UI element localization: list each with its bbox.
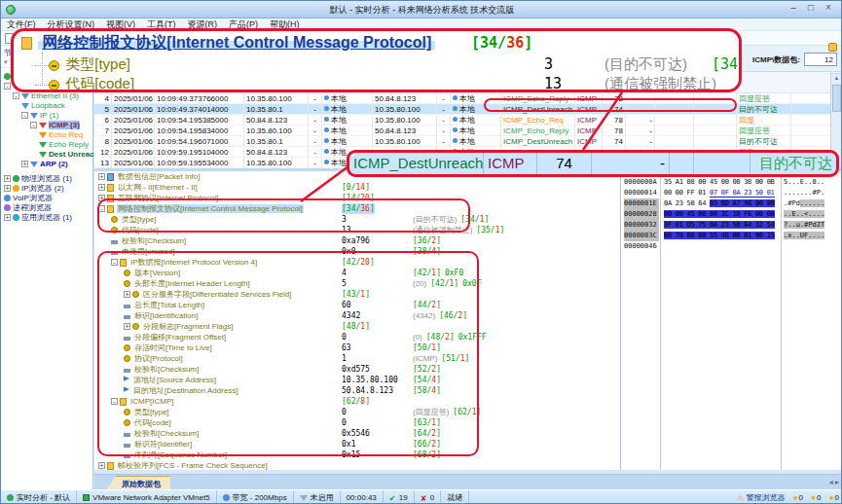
- close-button[interactable]: ×: [820, 2, 837, 13]
- minimize-button[interactable]: –: [785, 2, 802, 13]
- field-value: 50.84.8.123: [342, 385, 393, 396]
- alarm-browser-link[interactable]: 警报浏览器: [737, 493, 785, 502]
- expander-icon[interactable]: -: [4, 83, 11, 90]
- restore-button[interactable]: □: [802, 2, 820, 13]
- decode-tree-row[interactable]: 代码[code] 0 [/] [63/1]: [94, 417, 620, 428]
- expander-icon[interactable]: +: [4, 214, 11, 221]
- field-icon: [124, 280, 130, 287]
- pin-icon[interactable]: [828, 43, 837, 52]
- source-port: -: [309, 93, 322, 104]
- decode-tree-row[interactable]: 标识[Identification] 4342 [/] (4342)[46/2]: [94, 310, 620, 321]
- decode-tree-row[interactable]: 校验和[Checksum] 0xd575 [/] [52/2]: [94, 364, 620, 375]
- sidebar-tree-item[interactable]: Echo Reply: [1, 140, 92, 150]
- expander-icon[interactable]: +: [98, 462, 105, 469]
- field-value: 0: [342, 407, 347, 417]
- expander-icon[interactable]: -: [111, 259, 118, 266]
- popup-field-label[interactable]: 类型[type]: [65, 55, 130, 72]
- hex-row[interactable]: 00000032 3F 01 D5 75 0A 23 50 64 32 54 ?…: [621, 220, 842, 231]
- decode-tree-row[interactable]: +以太网 - II[Ethernet - II] [0/14] [/]: [94, 182, 620, 193]
- packet-row[interactable]: 5 2025/01/06 10:09:49.374014000 10.35.80…: [94, 104, 830, 115]
- expander-icon[interactable]: +: [124, 323, 130, 330]
- decode-tree-row[interactable]: 版本[Version] 4 [/] [42/1]0xF0: [94, 268, 620, 278]
- sidebar-tree-item[interactable]: -Ethernet II (3): [1, 91, 92, 101]
- decode-tree-row[interactable]: 存活时间[Time to Live] 63 [/] [50/1]: [94, 342, 620, 353]
- sidebar-tree-item[interactable]: +应用浏览器 (1): [1, 213, 92, 223]
- sidebar-tree-item[interactable]: +ARP (2): [1, 160, 92, 169]
- packet-row[interactable]: 8 2025/01/06 10:09:54.196071000 10.35.80…: [94, 136, 830, 147]
- decode-tree-row[interactable]: 代码[code] 13 [/] (通信被强制禁止)[35/1]: [94, 225, 620, 235]
- decode-tree-row[interactable]: 源地址[Source Address] 10.35.80.100 [/] [54…: [94, 375, 620, 385]
- popup-protocol-title[interactable]: 网络控制报文协议[Internet Control Message Protoc…: [42, 34, 431, 51]
- sidebar-tree-item[interactable]: -ICMP (3): [1, 121, 92, 130]
- expander-icon[interactable]: -: [98, 205, 105, 212]
- hex-row[interactable]: 0000001E 0A 23 50 64 03 0D A7 96 00 00 .…: [621, 198, 842, 209]
- decode-tree-row[interactable]: 未使用[unused] 0x0 [/] [38/4]: [94, 246, 620, 257]
- source-port: -: [309, 126, 322, 136]
- expander-icon[interactable]: -: [21, 112, 28, 119]
- expander-icon[interactable]: +: [124, 291, 130, 298]
- decode-tree-row[interactable]: +区分服务字段[Differentiated Services Field] […: [94, 289, 620, 300]
- decode-tree-row[interactable]: +互联网协议[Internet Protocol] [14/20] [/]: [94, 193, 620, 203]
- sidebar-tree-item[interactable]: VoIP浏览器: [1, 194, 92, 203]
- sidebar-tree-item[interactable]: Dest Unreach: [1, 150, 92, 160]
- sidebar-tree-item[interactable]: +物理浏览器 (1): [1, 174, 92, 184]
- expander-icon[interactable]: -: [30, 122, 37, 128]
- decode-tree-row[interactable]: 类型[type] 0 [/] (回显应答)[62/1]: [94, 407, 620, 417]
- expander-icon[interactable]: +: [98, 184, 105, 191]
- sidebar-item-label: Dest Unreach: [49, 150, 99, 159]
- expander-icon[interactable]: +: [4, 175, 11, 182]
- status-icon: [83, 494, 90, 501]
- expander-icon[interactable]: -: [13, 92, 19, 99]
- hex-row[interactable]: 00000046: [621, 241, 842, 252]
- sidebar-tree-item[interactable]: Echo Req: [1, 130, 92, 140]
- hex-row[interactable]: 0000003C 08 78 00 00 55 46 00 01 00 15 .…: [621, 231, 842, 241]
- decode-tree-row[interactable]: 校验和[Checksum] 0x5546 [/] [64/2]: [94, 428, 620, 439]
- decode-tree-row[interactable]: 序列号[Sequence Number] 0x15 [/] [68/2]: [94, 450, 620, 460]
- decode-tree-row[interactable]: 类型[type] 3 [/] (目的不可达)[34/1]: [94, 214, 620, 225]
- field-value: 0: [342, 332, 347, 342]
- packet-row[interactable]: 4 2025/01/06 10:09:49.373766000 10.35.80…: [94, 93, 830, 104]
- expander-icon[interactable]: -: [111, 398, 118, 405]
- decode-tree-row[interactable]: -ICMP[ICMP] [62/8] [/]: [94, 396, 620, 407]
- field-offset: [44/2]: [413, 301, 441, 309]
- decode-tree-row[interactable]: -网络控制报文协议[Internet Control Message Proto…: [94, 203, 620, 214]
- decode-tree-row[interactable]: 标识符[Identifier] 0x1 [/] [66/2]: [94, 439, 620, 450]
- scrollbar-thumb[interactable]: [832, 85, 841, 112]
- decode-tree-row[interactable]: 分段偏移[Fragment Offset] 0 [/] (0)[48/2]0x1…: [94, 332, 620, 342]
- decode-tree-row[interactable]: +帧校验序列[FCS - Frame Check Sequence] [/] […: [94, 460, 620, 470]
- decode-tree-row[interactable]: 校验和[Checksum] 0xa796 [/] [36/2]: [94, 235, 620, 246]
- hex-row[interactable]: 00000014 00 00 FF 01 07 0F 0A 23 50 01 .…: [621, 188, 842, 198]
- sidebar-tree-item[interactable]: +IP浏览器 (2): [1, 184, 92, 194]
- hex-row[interactable]: 0000000A 35 A1 08 00 45 00 00 38 00 0B 5…: [621, 177, 842, 188]
- tab-scroll-arrows[interactable]: ◂ ▸: [829, 478, 839, 486]
- packet-row[interactable]: 6 2025/01/06 10:09:54.195385000 50.84.8.…: [94, 115, 830, 126]
- hex-row[interactable]: 00000028 00 00 45 00 00 3C 10 F6 00 00 .…: [621, 209, 842, 220]
- hex-offset: 0000000A: [624, 177, 659, 188]
- field-value: 0x15: [342, 450, 360, 460]
- decode-tree-row[interactable]: 总长度[Total Length] 60 [/] [44/2]: [94, 300, 620, 310]
- sidebar-tree-item[interactable]: 进程浏览器: [1, 203, 92, 213]
- decode-tree-row[interactable]: -IP数据报[Internet Protocol Version 4] [42/…: [94, 257, 620, 268]
- packet-date: 2025/01/06: [112, 158, 155, 168]
- field-icon: [124, 355, 130, 362]
- decode-tree-row[interactable]: 目的地址[Destination Address] 50.84.8.123 [/…: [94, 385, 620, 396]
- popup-field-value: 13: [544, 74, 562, 92]
- decode-tree-row[interactable]: 头部长度[Internet Header Length] 5 [/] (20)[…: [94, 278, 620, 289]
- scroll-up-icon[interactable]: ▲: [831, 74, 842, 83]
- expander-icon[interactable]: +: [4, 185, 11, 192]
- empty-column: [694, 126, 737, 136]
- packet-row[interactable]: 7 2025/01/06 10:09:54.195834000 10.35.80…: [94, 126, 830, 136]
- tab-raw-packets[interactable]: 原始数据包: [106, 476, 170, 490]
- decode-tree-row[interactable]: 协议[Protocol] 1 [/] (ICMP)[51/1]: [94, 353, 620, 364]
- field-bullet-icon: [49, 60, 59, 71]
- expander-icon[interactable]: +: [98, 195, 105, 201]
- status-segment: VMware Network Adapter VMnet5: [77, 490, 217, 504]
- expander-icon[interactable]: +: [98, 173, 105, 180]
- expander-icon[interactable]: +: [21, 161, 28, 167]
- decode-tree-row[interactable]: +分段标志[Fragment Flags] [48/1] [/]: [94, 321, 620, 332]
- filter-count-input[interactable]: [804, 53, 837, 66]
- sidebar-tree-item[interactable]: -IP (1): [1, 111, 92, 121]
- popup-field-note: (通信被强制禁止): [604, 74, 716, 92]
- popup-field-label[interactable]: 代码[code]: [65, 75, 134, 91]
- sidebar-tree-item[interactable]: Loopback: [1, 101, 92, 111]
